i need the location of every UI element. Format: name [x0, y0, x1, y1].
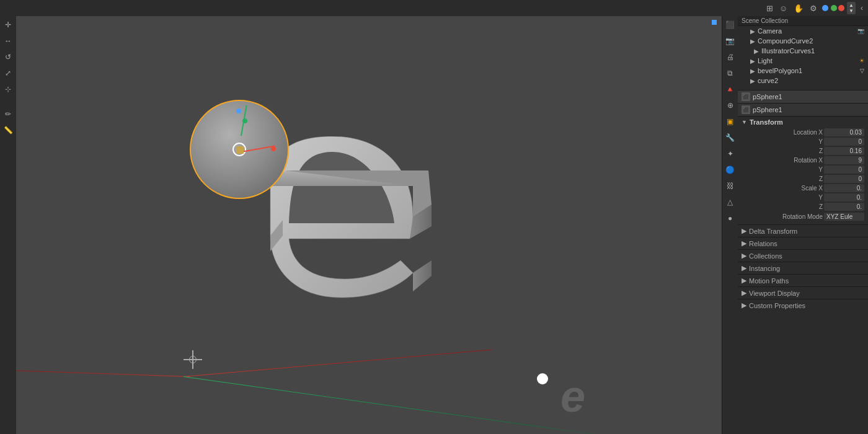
grid-icon[interactable]: ⊞: [766, 4, 773, 13]
curve2-icon: ▶: [750, 78, 755, 84]
nav-dot-green: [831, 5, 837, 11]
main-area: ✛ ↔ ↺ ⤢ ⊹ ✏ 📏: [0, 16, 868, 434]
viewport-display-header[interactable]: ▶ Viewport Display: [738, 287, 868, 299]
outliner-item-compoundcurve[interactable]: ▶ CompoundCurve2: [738, 36, 868, 46]
motion-paths-section: ▶ Motion Paths: [738, 274, 868, 286]
custom-properties-header[interactable]: ▶ Custom Properties: [738, 299, 868, 311]
data-icon[interactable]: △: [724, 196, 737, 208]
location-z-label: Z: [742, 148, 823, 154]
panel-collapse-button[interactable]: ‹: [861, 4, 863, 12]
object-props-icon[interactable]: ▣: [724, 115, 737, 128]
compoundcurve-label: CompoundCurve2: [758, 37, 864, 45]
z-axis-dot: [236, 108, 241, 113]
bevelpolygon-label: bevelPolygon1: [758, 67, 857, 74]
particles-icon[interactable]: ✦: [724, 148, 737, 160]
camera-item-label: Camera: [758, 27, 855, 35]
scale-z-label: Z: [742, 203, 823, 210]
rotation-z-label: Z: [742, 175, 823, 182]
delta-transform-header[interactable]: ▶ Delta Transform: [738, 225, 868, 237]
outliner-item-light[interactable]: ▶ Light ☀: [738, 56, 868, 66]
location-y-row: Y: [738, 137, 868, 146]
material-icon[interactable]: ●: [724, 212, 737, 224]
outliner-item-bevelpolygon[interactable]: ▶ bevelPolygon1 ▽: [738, 66, 868, 76]
scale-tool[interactable]: ⤢: [2, 67, 14, 79]
x-axis-handle[interactable]: [241, 146, 275, 153]
rotate-tool[interactable]: ↺: [2, 51, 14, 63]
measure-tool[interactable]: 📏: [2, 124, 14, 136]
rotation-mode-value: XYZ Eule: [824, 213, 864, 221]
transform-label: Transform: [750, 118, 783, 126]
outliner-item-illustratorcurves[interactable]: ▶ IllustratorCurves1: [738, 46, 868, 56]
rotation-z-row: Z: [738, 174, 868, 184]
rotation-x-label: Rotation X: [742, 157, 823, 164]
outliner-item-camera[interactable]: ▶ Camera 📷: [738, 26, 868, 36]
view-icon[interactable]: ⬛: [724, 19, 737, 31]
top-bar-icons: ⊞ ☺ ✋ ⚙: [766, 4, 817, 13]
scale-y-input[interactable]: [824, 193, 864, 202]
nav-dot-blue: [822, 5, 828, 11]
outliner-header: Scene Collection: [738, 16, 868, 26]
viewport[interactable]: e: [16, 16, 722, 434]
transform-collapse-icon: ▼: [742, 119, 747, 125]
scene-icon[interactable]: 🔺: [724, 83, 737, 95]
instancing-label: Instancing: [749, 265, 780, 272]
collections-label: Collections: [749, 252, 782, 260]
scale-y-label: Y: [742, 194, 823, 201]
watermark-dot: [537, 373, 548, 384]
scene-origin: [184, 350, 202, 369]
motion-paths-label: Motion Paths: [749, 277, 789, 285]
rotation-y-label: Y: [742, 166, 823, 173]
rotation-mode-label: Rotation Mode: [742, 213, 823, 220]
transform-tool[interactable]: ⊹: [2, 83, 14, 95]
face-icon[interactable]: ☺: [779, 4, 787, 13]
modifier-icon[interactable]: 🔧: [724, 131, 737, 144]
motion-paths-header[interactable]: ▶ Motion Paths: [738, 275, 868, 286]
instancing-header[interactable]: ▶ Instancing: [738, 262, 868, 274]
properties-panel: Scene Collection ▶ Camera 📷 ▶ CompoundCu…: [738, 16, 868, 434]
viewport-nav-dot: [712, 20, 717, 25]
settings-icon[interactable]: ⚙: [810, 4, 817, 13]
hand-icon[interactable]: ✋: [794, 4, 804, 13]
object-name-secondary-row: ⬛ pSphere1: [738, 104, 868, 117]
cursor-tool[interactable]: ✛: [2, 19, 14, 31]
viewport-display-label: Viewport Display: [749, 290, 800, 297]
light-label: Light: [758, 57, 857, 64]
relations-header[interactable]: ▶ Relations: [738, 237, 868, 249]
object-name-header-row: ⬛ pSphere1: [738, 91, 868, 104]
sphere-object[interactable]: [190, 100, 289, 199]
scale-z-input[interactable]: [824, 203, 864, 211]
annotate-tool[interactable]: ✏: [2, 108, 14, 120]
constraints-icon[interactable]: ⛓: [724, 180, 737, 192]
custom-props-expand-icon: ▶: [742, 301, 746, 309]
move-tool[interactable]: ↔: [2, 35, 14, 47]
nav-arrows[interactable]: ▲ ▼: [847, 2, 856, 14]
rotation-x-row: Rotation X: [738, 156, 868, 165]
relations-section: ▶ Relations: [738, 237, 868, 249]
rotation-x-input[interactable]: [824, 156, 864, 164]
scale-x-input[interactable]: [824, 184, 864, 192]
transform-header[interactable]: ▼ Transform: [738, 117, 868, 128]
render-icon[interactable]: 📷: [724, 35, 737, 47]
collections-header[interactable]: ▶ Collections: [738, 250, 868, 262]
location-z-input[interactable]: [824, 147, 864, 155]
outliner-item-curve2[interactable]: ▶ curve2: [738, 76, 868, 86]
top-bar: ⊞ ☺ ✋ ⚙ ▲ ▼ ‹: [0, 0, 868, 16]
rotation-z-input[interactable]: [824, 175, 864, 183]
light-expand-icon: ▶: [750, 58, 755, 64]
collections-expand-icon: ▶: [742, 252, 746, 260]
viewport-nav: [712, 20, 717, 25]
physics-icon[interactable]: 🔵: [724, 164, 737, 176]
world-icon[interactable]: ⊕: [724, 99, 737, 112]
view-layer-icon[interactable]: ⧉: [724, 67, 737, 79]
location-x-input[interactable]: [824, 128, 864, 136]
left-toolbar: ✛ ↔ ↺ ⤢ ⊹ ✏ 📏: [0, 16, 16, 434]
delta-transform-section: ▶ Delta Transform: [738, 224, 868, 237]
object-properties: ⬛ pSphere1 ⬛ pSphere1 ▼ Transform Locati…: [738, 91, 868, 434]
ground-line-red-left: [16, 370, 190, 377]
rotation-mode-row: Rotation Mode XYZ Eule: [738, 211, 868, 222]
output-icon[interactable]: 🖨: [724, 51, 737, 63]
outliner: Scene Collection ▶ Camera 📷 ▶ CompoundCu…: [738, 16, 868, 91]
rotation-y-input[interactable]: [824, 166, 864, 174]
relations-expand-icon: ▶: [742, 239, 746, 247]
location-y-input[interactable]: [824, 138, 864, 146]
